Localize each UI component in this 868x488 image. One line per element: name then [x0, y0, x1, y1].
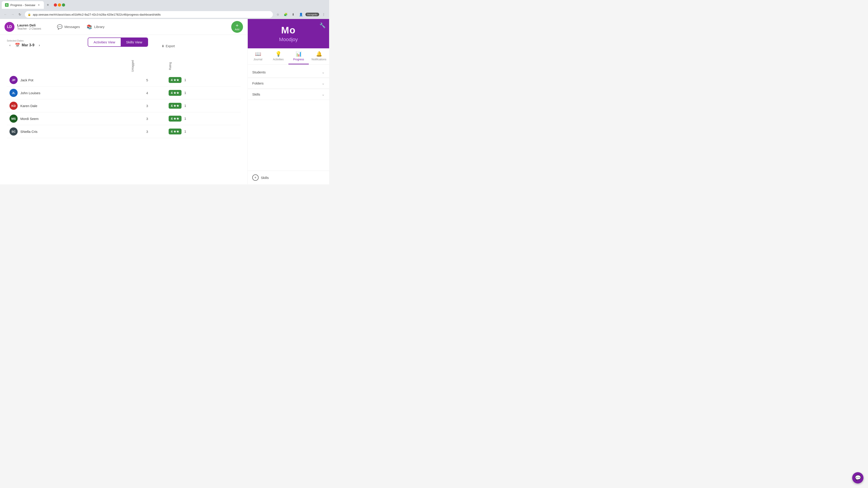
- col-untagged-header: Untagged: [128, 57, 166, 74]
- activities-icon: 💡: [275, 51, 281, 57]
- activities-label: Activities: [273, 58, 283, 61]
- data-table: Untagged Rating JP Jack Pot 5: [7, 57, 241, 138]
- forward-button[interactable]: →: [9, 11, 16, 18]
- rating-cell-1: 4 ★★ 1: [166, 87, 241, 99]
- header-nav: 💬 Messages 📚 Library: [57, 24, 104, 30]
- export-button[interactable]: ⬇ Export: [162, 44, 175, 48]
- activities-nav[interactable]: 💡 Activities: [268, 48, 288, 64]
- right-panel-header: 🔧 Mo Moodjoy: [248, 19, 329, 48]
- left-panel: LD Lauren Deli Teacher - 2 Classes 💬 Mes…: [0, 19, 248, 184]
- extensions-button[interactable]: 🧩: [282, 11, 289, 18]
- table-row: SC Shiella Cris 3 4 ★★ 1: [7, 125, 241, 138]
- app-header: LD Lauren Deli Teacher - 2 Classes 💬 Mes…: [0, 19, 248, 35]
- export-icon: ⬇: [162, 44, 164, 48]
- add-button[interactable]: + Add: [231, 21, 243, 33]
- messages-nav[interactable]: 💬 Messages: [57, 24, 80, 30]
- col-rating-label: Rating: [168, 60, 172, 70]
- progress-nav[interactable]: 📊 Progress: [288, 48, 309, 64]
- library-label: Library: [94, 25, 104, 29]
- content-area: Selected Dates ‹ 📅 Mar 3-9 › Activities …: [0, 35, 248, 184]
- untagged-count-3: 3: [128, 112, 166, 125]
- rating-badge-1: 4 ★★: [168, 90, 182, 96]
- student-name-3: Mordi Seem: [20, 117, 39, 121]
- student-name-4: Shiella Cris: [20, 130, 37, 133]
- bottom-skills-button[interactable]: + Skills: [248, 170, 329, 184]
- next-date-button[interactable]: ›: [36, 42, 42, 48]
- reload-button[interactable]: ↻: [17, 11, 23, 18]
- browser-tab-bar: S Progress - Seesaw ✕ +: [0, 0, 329, 10]
- table-header: Untagged Rating: [7, 57, 241, 74]
- student-cell-0: JP Jack Pot: [7, 74, 128, 87]
- rating-badge-2: 4 ★★: [168, 103, 182, 109]
- incognito-badge: Incognito: [305, 13, 319, 16]
- untagged-count-2: 3: [128, 99, 166, 112]
- student-cell-2: KD Karen Dale: [7, 99, 128, 112]
- date-range: Mar 3-9: [22, 43, 34, 47]
- students-filter[interactable]: Students ⌄: [248, 67, 329, 78]
- col-student: [7, 57, 128, 74]
- rating-cell-0: 4 ★★ 1: [166, 74, 241, 87]
- right-panel: 🔧 Mo Moodjoy 📖 Journal 💡 Activities 📊 Pr…: [248, 19, 329, 184]
- avatar: LD: [4, 22, 14, 32]
- rating-cell-2: 4 ★★ 1: [166, 99, 241, 112]
- untagged-count-4: 3: [128, 125, 166, 138]
- user-role: Teacher - 2 Classes: [17, 27, 41, 30]
- user-details: Lauren Deli Teacher - 2 Classes: [17, 23, 41, 30]
- notifications-icon: 🔔: [316, 51, 322, 57]
- student-avatar-2: KD: [9, 102, 18, 110]
- address-bar-row: ← → ↻ 🔒 app.seesaw.me/#/class/class.e01b…: [0, 10, 329, 19]
- table-row: JP Jack Pot 5 4 ★★ 1: [7, 74, 241, 87]
- student-name-2: Karen Dale: [20, 104, 37, 108]
- student-name-1: John Louises: [20, 91, 40, 95]
- student-avatar-3: MS: [9, 115, 18, 123]
- controls-row: Selected Dates ‹ 📅 Mar 3-9 › Activities …: [7, 39, 241, 53]
- url-text: app.seesaw.me/#/class/class.e01bf4c2-9a2…: [33, 13, 270, 16]
- tab-close-button[interactable]: ✕: [37, 3, 41, 7]
- rating-count-4: 1: [184, 129, 186, 133]
- rating-count-1: 1: [184, 91, 186, 95]
- prev-date-button[interactable]: ‹: [7, 42, 13, 48]
- student-cell-3: MS Mordi Seem: [7, 112, 128, 125]
- rating-count-3: 1: [184, 117, 186, 121]
- rating-count-2: 1: [184, 104, 186, 107]
- students-chevron-icon: ⌄: [322, 70, 324, 74]
- messages-label: Messages: [64, 25, 80, 29]
- bottom-skills-label: Skills: [261, 176, 269, 180]
- skills-filter-label: Skills: [252, 92, 260, 96]
- library-icon: 📚: [87, 24, 92, 30]
- avatar-initials: LD: [7, 25, 12, 29]
- journal-icon: 📖: [255, 51, 261, 57]
- student-avatar-4: SC: [9, 127, 18, 135]
- add-skills-icon: +: [252, 174, 258, 181]
- tab-title: Progress - Seesaw: [10, 3, 35, 7]
- table-row: MS Mordi Seem 3 4 ★★ 1: [7, 112, 241, 125]
- rating-cell-4: 4 ★★ 1: [166, 125, 241, 138]
- date-display: ‹ 📅 Mar 3-9 ›: [7, 42, 42, 48]
- tab-favicon: S: [5, 3, 8, 7]
- skills-view-button[interactable]: Skills View: [121, 38, 148, 46]
- menu-button[interactable]: ⋮: [320, 11, 327, 18]
- moodjoy-logo: Mo: [281, 25, 296, 36]
- export-label: Export: [166, 44, 175, 48]
- address-bar[interactable]: 🔒 app.seesaw.me/#/class/class.e01bf4c2-9…: [25, 11, 273, 18]
- library-nav[interactable]: 📚 Library: [87, 24, 104, 30]
- new-tab-button[interactable]: +: [45, 2, 51, 8]
- moodjoy-subtitle: Moodjoy: [279, 37, 298, 42]
- profile-button[interactable]: 👤: [298, 11, 304, 18]
- active-tab[interactable]: S Progress - Seesaw ✕: [2, 1, 44, 9]
- folders-filter[interactable]: Folders ⌄: [248, 78, 329, 89]
- settings-button[interactable]: 🔧: [319, 23, 326, 29]
- skills-filter[interactable]: Skills ⌄: [248, 89, 329, 100]
- back-button[interactable]: ←: [2, 11, 8, 18]
- student-cell-4: SC Shiella Cris: [7, 125, 128, 138]
- view-toggle: Activities View Skills View: [88, 37, 148, 47]
- table-row: KD Karen Dale 3 4 ★★ 1: [7, 99, 241, 112]
- activities-view-button[interactable]: Activities View: [88, 38, 121, 46]
- app-container: LD Lauren Deli Teacher - 2 Classes 💬 Mes…: [0, 19, 329, 184]
- notifications-nav[interactable]: 🔔 Notifications: [309, 48, 329, 64]
- download-button[interactable]: ⬇: [290, 11, 296, 18]
- student-name-0: Jack Pot: [20, 78, 33, 82]
- messages-icon: 💬: [57, 24, 63, 30]
- bookmark-button[interactable]: ☆: [275, 11, 281, 18]
- journal-nav[interactable]: 📖 Journal: [248, 48, 268, 64]
